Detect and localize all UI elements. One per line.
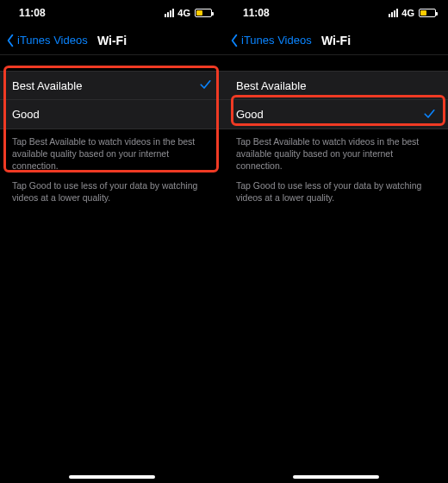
signal-icon: [165, 9, 174, 17]
network-type: 4G: [177, 8, 190, 18]
chevron-left-icon: [5, 34, 16, 47]
option-label: Good: [12, 108, 40, 121]
status-bar: 11:08 4G: [0, 0, 224, 26]
footer-line-1: Tap Best Available to watch videos in th…: [12, 135, 212, 172]
content-area: Best Available Good Tap Best Available t…: [0, 55, 224, 483]
content-area: Best Available Good Tap Best Available t…: [224, 55, 448, 483]
footer-text: Tap Best Available to watch videos in th…: [224, 129, 448, 204]
back-label: iTunes Videos: [17, 34, 88, 47]
option-label: Best Available: [12, 79, 82, 92]
option-good[interactable]: Good: [224, 100, 448, 129]
phone-screen-left: 11:08 4G iTunes Videos Wi-Fi Best Availa…: [0, 0, 224, 483]
status-right: 4G: [389, 8, 436, 18]
footer-line-1: Tap Best Available to watch videos in th…: [236, 135, 436, 172]
nav-bar: iTunes Videos Wi-Fi: [0, 26, 224, 55]
battery-fill: [196, 10, 202, 16]
battery-fill: [420, 10, 426, 16]
back-button[interactable]: iTunes Videos: [224, 34, 312, 47]
option-best-available[interactable]: Best Available: [0, 71, 224, 100]
option-good[interactable]: Good: [0, 100, 224, 129]
checkmark-icon: [199, 78, 212, 93]
signal-icon: [389, 9, 398, 17]
chevron-left-icon: [229, 34, 240, 47]
nav-bar: iTunes Videos Wi-Fi: [224, 26, 448, 55]
status-time: 11:08: [19, 7, 46, 19]
option-label: Good: [236, 108, 264, 121]
battery-icon: [195, 9, 212, 17]
back-button[interactable]: iTunes Videos: [0, 34, 88, 47]
home-indicator[interactable]: [293, 475, 379, 479]
footer-line-2: Tap Good to use less of your data by wat…: [236, 179, 436, 204]
back-label: iTunes Videos: [241, 34, 312, 47]
phone-screen-right: 11:08 4G iTunes Videos Wi-Fi Best Availa…: [224, 0, 448, 483]
home-indicator[interactable]: [69, 475, 155, 479]
option-best-available[interactable]: Best Available: [224, 71, 448, 100]
battery-icon: [419, 9, 436, 17]
status-bar: 11:08 4G: [224, 0, 448, 26]
footer-line-2: Tap Good to use less of your data by wat…: [12, 179, 212, 204]
network-type: 4G: [401, 8, 414, 18]
status-time: 11:08: [243, 7, 270, 19]
footer-text: Tap Best Available to watch videos in th…: [0, 129, 224, 204]
status-right: 4G: [165, 8, 212, 18]
checkmark-icon: [423, 107, 436, 122]
option-label: Best Available: [236, 79, 306, 92]
